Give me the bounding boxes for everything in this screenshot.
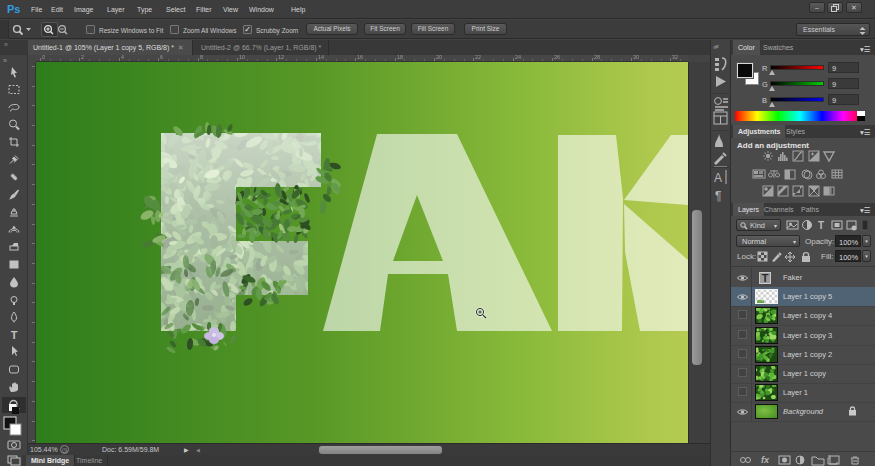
svg-text:T: T (818, 220, 824, 231)
svg-text:T: T (762, 272, 769, 284)
svg-text:fx: fx (761, 455, 770, 465)
svg-text:»: » (3, 57, 7, 64)
svg-text:¶: ¶ (715, 189, 721, 203)
svg-text:A: A (714, 171, 722, 185)
svg-text:T: T (11, 329, 18, 341)
